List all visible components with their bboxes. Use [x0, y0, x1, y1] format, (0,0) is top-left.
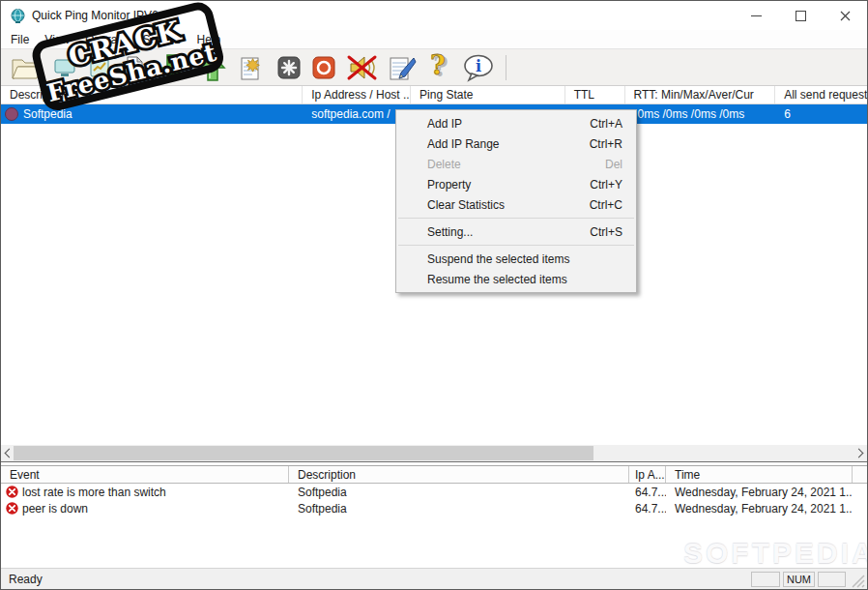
column-header-event-ip[interactable]: Ip A...	[629, 466, 666, 483]
help-button[interactable]: ? ?	[422, 52, 457, 83]
menu-item-setting[interactable]: Setting... Ctrl+S	[396, 221, 636, 242]
event-ip: 64.7...	[629, 502, 666, 516]
maximize-button[interactable]	[778, 1, 823, 30]
app-window: Quick Ping Monitor IPV6 File View Operat…	[0, 0, 868, 590]
row-all-send-requests: 6	[775, 107, 867, 121]
num-lock-indicator: NUM	[783, 572, 815, 587]
event-table-body	[1, 516, 867, 565]
shortcut-label: Ctrl+C	[590, 198, 622, 212]
arrow-up-icon	[198, 53, 227, 82]
shortcut-label: Ctrl+Y	[590, 178, 622, 192]
app-icon	[10, 8, 26, 24]
status-bar: Ready NUM	[1, 568, 867, 589]
menu-item-add-ip-range[interactable]: Add IP Range Ctrl+R	[396, 133, 636, 154]
event-row-2[interactable]: peer is down Softpedia 64.7... Wednesday…	[1, 500, 867, 516]
event-description: Softpedia	[289, 486, 629, 499]
menu-view[interactable]: View	[37, 31, 77, 48]
toolbar-separator	[506, 55, 506, 80]
event-row-1[interactable]: lost rate is more than switch Softpedia …	[1, 484, 867, 500]
toolbar: ? ? i	[1, 48, 867, 86]
status-pane-2	[818, 572, 846, 587]
obscured-icon-2	[87, 55, 112, 80]
error-icon	[6, 486, 18, 498]
obscured-button-2[interactable]	[82, 52, 117, 83]
event-description: Softpedia	[289, 502, 629, 516]
help-icon: ? ?	[426, 53, 453, 82]
menu-bar: File View Operate Service Help	[1, 30, 867, 48]
column-header-event-time[interactable]: Time	[666, 466, 853, 483]
horizontal-scrollbar[interactable]	[1, 445, 867, 461]
menu-separator	[398, 218, 634, 219]
menu-separator	[398, 245, 634, 246]
edit-log-icon	[388, 54, 417, 81]
menu-service[interactable]: Service	[135, 31, 189, 48]
close-icon	[840, 11, 851, 21]
title-bar: Quick Ping Monitor IPV6	[1, 1, 867, 30]
stop-all-icon	[311, 55, 336, 80]
menu-item-suspend-selected[interactable]: Suspend the selected items	[396, 249, 636, 269]
run-all-button[interactable]	[272, 52, 306, 83]
open-folder-icon	[11, 55, 43, 80]
mute-sound-button[interactable]	[341, 52, 382, 83]
about-icon: i	[462, 53, 495, 82]
column-header-event-description[interactable]: Description	[289, 466, 629, 483]
run-all-icon	[276, 55, 302, 80]
column-header-ping-state[interactable]: Ping State	[411, 86, 565, 103]
shortcut-label: Ctrl+R	[590, 137, 622, 151]
column-header-event[interactable]: Event	[1, 466, 289, 483]
column-header-extra	[853, 466, 867, 483]
about-button[interactable]: i	[457, 52, 500, 83]
host-status-icon	[5, 107, 18, 121]
resize-grip-icon[interactable]	[851, 574, 865, 588]
row-rtt: 0ms /0ms /0ms /0ms	[625, 107, 776, 121]
event-ip: 64.7...	[629, 486, 666, 499]
obscured-button-1[interactable]	[47, 52, 82, 83]
column-header-all-send-requests[interactable]: All send requests	[775, 86, 867, 103]
window-title: Quick Ping Monitor IPV6	[32, 9, 734, 22]
maximize-icon	[796, 11, 806, 21]
error-icon	[6, 502, 18, 515]
menu-item-add-ip[interactable]: Add IP Ctrl+A	[396, 113, 636, 133]
event-text: peer is down	[22, 502, 88, 516]
menu-operate[interactable]: Operate	[77, 31, 134, 48]
new-document-button[interactable]	[117, 52, 152, 83]
event-text: lost rate is more than switch	[22, 486, 166, 499]
arrow-up-button[interactable]	[192, 52, 233, 83]
scrollbar-thumb[interactable]	[14, 446, 593, 460]
column-header-ip-host[interactable]: Ip Address / Host ...	[303, 86, 411, 103]
obscured-icon-1	[52, 55, 77, 80]
add-note-icon	[238, 54, 267, 81]
row-description: Softpedia	[23, 107, 72, 121]
mute-sound-icon	[345, 54, 378, 81]
column-header-description[interactable]: Description	[1, 86, 303, 103]
scroll-right-arrow-icon[interactable]	[854, 445, 867, 461]
arrow-down-icon	[158, 53, 187, 82]
context-menu: Add IP Ctrl+A Add IP Range Ctrl+R Delete…	[395, 109, 637, 293]
event-time: Wednesday, February 24, 2021 1...	[666, 502, 853, 516]
arrow-down-button[interactable]	[152, 52, 192, 83]
minimize-button[interactable]	[734, 1, 778, 30]
scroll-left-arrow-icon[interactable]	[1, 445, 14, 461]
open-folder-button[interactable]	[7, 52, 47, 83]
status-pane-1	[751, 572, 780, 587]
menu-item-resume-selected[interactable]: Resume the selected items	[396, 269, 636, 289]
menu-item-clear-statistics[interactable]: Clear Statistics Ctrl+C	[396, 194, 636, 215]
menu-item-delete: Delete Del	[396, 154, 636, 174]
menu-item-property[interactable]: Property Ctrl+Y	[396, 174, 636, 194]
column-header-rtt[interactable]: RTT: Min/Max/Aver/Cur	[625, 86, 776, 103]
add-note-button[interactable]	[233, 52, 272, 83]
event-table-header: Event Description Ip A... Time	[1, 465, 867, 484]
event-time: Wednesday, February 24, 2021 1...	[666, 486, 853, 499]
close-button[interactable]	[823, 1, 867, 30]
svg-text:?: ?	[430, 53, 446, 80]
menu-file[interactable]: File	[3, 31, 37, 48]
menu-help[interactable]: Help	[189, 31, 229, 48]
new-document-icon	[124, 55, 145, 80]
column-header-ttl[interactable]: TTL	[565, 86, 625, 103]
shortcut-label: Ctrl+A	[590, 117, 622, 131]
minimize-icon	[751, 15, 762, 16]
stop-all-button[interactable]	[306, 52, 341, 83]
status-text: Ready	[1, 573, 751, 586]
svg-text:i: i	[476, 57, 481, 75]
edit-log-button[interactable]	[382, 52, 422, 83]
